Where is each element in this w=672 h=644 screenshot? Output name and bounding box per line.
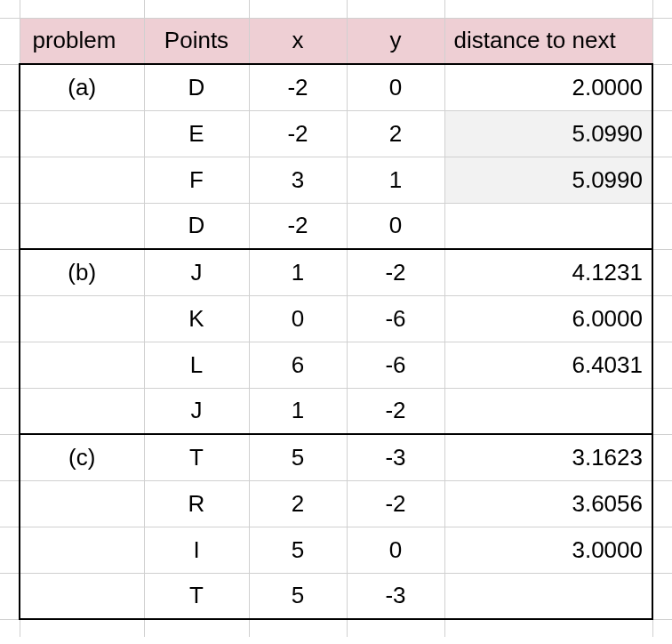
- cell-problem: [20, 573, 144, 619]
- cell-distance: 6.0000: [444, 295, 652, 342]
- cell-distance: 4.1231: [444, 249, 652, 295]
- table-row: E -2 2 5.0990: [0, 110, 672, 157]
- cell-distance: [444, 203, 652, 249]
- table-row: (c) T 5 -3 3.1623: [0, 434, 672, 480]
- table-row: L 6 -6 6.4031: [0, 342, 672, 388]
- cell-x: 1: [249, 249, 347, 295]
- header-x: x: [249, 18, 347, 64]
- cell-distance: 3.1623: [444, 434, 652, 480]
- cell-distance: 5.0990: [444, 157, 652, 203]
- cell-distance: 5.0990: [444, 110, 652, 157]
- cell-problem: [20, 203, 144, 249]
- table-row: F 3 1 5.0990: [0, 157, 672, 203]
- cell-y: 0: [347, 527, 444, 573]
- table-row: J 1 -2: [0, 388, 672, 434]
- cell-distance: [444, 388, 652, 434]
- cell-x: -2: [249, 64, 347, 110]
- cell-distance: 2.0000: [444, 64, 652, 110]
- cell-distance: 3.6056: [444, 480, 652, 527]
- cell-point: D: [144, 203, 249, 249]
- header-y: y: [347, 18, 444, 64]
- header-distance: distance to next: [444, 18, 652, 64]
- cell-problem: [20, 157, 144, 203]
- cell-problem: (c): [20, 434, 144, 480]
- cell-problem: (a): [20, 64, 144, 110]
- grid-row-bottom: [0, 619, 672, 637]
- cell-y: 2: [347, 110, 444, 157]
- cell-y: -3: [347, 573, 444, 619]
- cell-problem: (b): [20, 249, 144, 295]
- cell-x: 3: [249, 157, 347, 203]
- cell-problem: [20, 388, 144, 434]
- cell-point: J: [144, 249, 249, 295]
- cell-x: 6: [249, 342, 347, 388]
- cell-y: 0: [347, 203, 444, 249]
- table-row: I 5 0 3.0000: [0, 527, 672, 573]
- table-row: D -2 0: [0, 203, 672, 249]
- cell-x: 1: [249, 388, 347, 434]
- cell-point: K: [144, 295, 249, 342]
- cell-x: 5: [249, 527, 347, 573]
- header-row: problem Points x y distance to next: [0, 18, 672, 64]
- spreadsheet-view: problem Points x y distance to next (a) …: [0, 0, 672, 644]
- cell-point: E: [144, 110, 249, 157]
- header-problem: problem: [20, 18, 144, 64]
- table-row: (b) J 1 -2 4.1231: [0, 249, 672, 295]
- cell-point: J: [144, 388, 249, 434]
- cell-problem: [20, 342, 144, 388]
- cell-y: 0: [347, 64, 444, 110]
- cell-point: L: [144, 342, 249, 388]
- cell-point: T: [144, 434, 249, 480]
- cell-x: 5: [249, 434, 347, 480]
- table-row: T 5 -3: [0, 573, 672, 619]
- data-table: problem Points x y distance to next (a) …: [0, 0, 672, 637]
- cell-point: D: [144, 64, 249, 110]
- cell-problem: [20, 295, 144, 342]
- cell-point: F: [144, 157, 249, 203]
- cell-y: -2: [347, 249, 444, 295]
- table-row: K 0 -6 6.0000: [0, 295, 672, 342]
- cell-point: T: [144, 573, 249, 619]
- cell-x: -2: [249, 110, 347, 157]
- cell-y: -2: [347, 480, 444, 527]
- table-row: (a) D -2 0 2.0000: [0, 64, 672, 110]
- cell-y: -3: [347, 434, 444, 480]
- cell-problem: [20, 527, 144, 573]
- cell-problem: [20, 110, 144, 157]
- cell-x: 0: [249, 295, 347, 342]
- cell-x: 5: [249, 573, 347, 619]
- cell-distance: [444, 573, 652, 619]
- cell-distance: 6.4031: [444, 342, 652, 388]
- cell-y: -6: [347, 295, 444, 342]
- cell-point: I: [144, 527, 249, 573]
- cell-y: 1: [347, 157, 444, 203]
- grid-row-top: [0, 0, 672, 18]
- cell-problem: [20, 480, 144, 527]
- cell-x: -2: [249, 203, 347, 249]
- header-points: Points: [144, 18, 249, 64]
- table-row: R 2 -2 3.6056: [0, 480, 672, 527]
- cell-x: 2: [249, 480, 347, 527]
- cell-point: R: [144, 480, 249, 527]
- cell-y: -6: [347, 342, 444, 388]
- cell-y: -2: [347, 388, 444, 434]
- cell-distance: 3.0000: [444, 527, 652, 573]
